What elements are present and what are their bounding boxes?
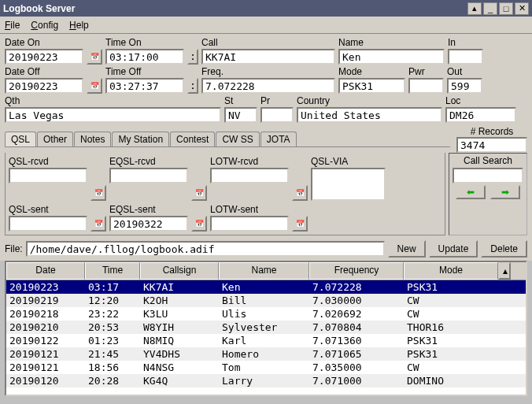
table-cell: PSK31: [404, 280, 498, 294]
input-st[interactable]: [224, 107, 257, 123]
table-row[interactable]: 2019012121:45YV4DHSHomero7.071065PSK31: [6, 347, 526, 361]
calendar-lotw-rcvd-icon[interactable]: 📅: [292, 185, 308, 201]
input-eqsl-rcvd[interactable]: [109, 168, 188, 183]
th-callsign[interactable]: Callsign: [140, 262, 219, 280]
update-button[interactable]: Update: [429, 240, 478, 258]
calendar-date-off-icon[interactable]: 📅: [87, 78, 102, 94]
time-off-set-button[interactable]: :: [187, 78, 198, 94]
th-time[interactable]: Time: [85, 262, 140, 280]
table-row[interactable]: 2019012118:56N4NSGTom7.035000CW: [6, 361, 526, 374]
input-file-path[interactable]: [26, 241, 385, 257]
input-loc[interactable]: [445, 107, 516, 123]
th-date[interactable]: Date: [6, 262, 85, 280]
label-pr: Pr: [260, 95, 294, 106]
arrow-left-icon: ⬅: [467, 187, 475, 198]
calendar-eqsl-rcvd-icon[interactable]: 📅: [191, 185, 207, 201]
label-time-on: Time On: [105, 37, 184, 48]
input-pr[interactable]: [260, 107, 294, 123]
input-lotw-rcvd[interactable]: [210, 168, 289, 183]
input-qsl-via[interactable]: [311, 168, 386, 201]
table-cell: 23:22: [85, 307, 140, 321]
input-call-search[interactable]: [453, 168, 523, 183]
table-cell: DOMINO: [404, 374, 498, 387]
calendar-qsl-sent-icon[interactable]: 📅: [91, 216, 106, 232]
table-row[interactable]: 2019021823:22K3LUUlis7.020692CW: [6, 307, 526, 321]
table-row[interactable]: 2019021912:20K2OHBill7.030000CW: [6, 294, 526, 307]
table-cell: Ulis: [219, 307, 309, 321]
rollup-button[interactable]: ▴: [467, 2, 482, 15]
table-row[interactable]: 2019021020:53W8YIHSylvester7.070804THOR1…: [6, 321, 526, 334]
menu-file[interactable]: File: [5, 20, 20, 31]
calendar-eqsl-sent-icon[interactable]: 📅: [191, 216, 207, 232]
input-time-off[interactable]: [105, 78, 184, 94]
scroll-up-button[interactable]: ▴: [498, 262, 511, 280]
table-cell: Bill: [219, 294, 309, 307]
tab-jota[interactable]: JOTA: [260, 132, 297, 146]
input-qsl-sent[interactable]: [9, 216, 87, 232]
close-button[interactable]: ✕: [515, 2, 529, 15]
label-date-on: Date On: [5, 37, 83, 48]
new-button[interactable]: New: [388, 240, 426, 258]
table-cell: THOR16: [404, 321, 498, 334]
tab-contest[interactable]: Contest: [170, 132, 215, 146]
input-lotw-sent[interactable]: [210, 216, 289, 232]
input-qsl-rcvd[interactable]: [9, 168, 87, 183]
table-cell: N4NSG: [140, 361, 219, 374]
search-prev-button[interactable]: ⬅: [456, 185, 486, 199]
tab-cw-ss[interactable]: CW SS: [216, 132, 259, 146]
calendar-date-on-icon[interactable]: 📅: [87, 49, 102, 65]
input-date-off[interactable]: [5, 78, 83, 94]
table-cell: 20190120: [6, 374, 85, 387]
tab-notes[interactable]: Notes: [74, 132, 111, 146]
table-cell: 7.071065: [309, 347, 404, 361]
table-cell: 18:56: [85, 361, 140, 374]
table-cell: K3LU: [140, 307, 219, 321]
maximize-button[interactable]: □: [499, 2, 513, 15]
input-name[interactable]: [338, 49, 445, 65]
label-lotw-rcvd: LOTW-rcvd: [210, 156, 289, 167]
table-cell: CW: [404, 294, 498, 307]
input-time-on[interactable]: [105, 49, 184, 65]
search-next-button[interactable]: ➡: [490, 185, 520, 199]
input-mode[interactable]: [338, 78, 405, 94]
input-pwr[interactable]: [408, 78, 444, 94]
table-row[interactable]: 2019022303:17KK7AIKen7.072228PSK31: [6, 280, 526, 294]
menu-help[interactable]: Help: [69, 20, 89, 31]
label-name: Name: [338, 37, 445, 48]
table-row[interactable]: 2019012020:28KG4QLarry7.071000DOMINO: [6, 374, 526, 387]
input-eqsl-sent[interactable]: [109, 216, 188, 232]
table-cell: 20190218: [6, 307, 85, 321]
input-date-on[interactable]: [5, 49, 83, 65]
table-cell: 20:53: [85, 321, 140, 334]
input-qth[interactable]: [5, 107, 221, 123]
input-country[interactable]: [297, 107, 442, 123]
table-cell: Larry: [219, 374, 309, 387]
minimize-button[interactable]: _: [483, 2, 497, 15]
th-frequency[interactable]: Frequency: [309, 262, 404, 280]
tab-panel-qsl: QSL-rcvd 📅 EQSL-rcvd 📅 LOTW-rcvd 📅 QSL-V…: [5, 153, 445, 235]
label-freq: Freq.: [201, 66, 335, 77]
delete-button[interactable]: Delete: [481, 240, 527, 258]
table-cell: PSK31: [404, 347, 498, 361]
th-mode[interactable]: Mode: [404, 262, 498, 280]
input-out[interactable]: [447, 78, 482, 94]
table-body: 2019022303:17KK7AIKen7.072228PSK31201902…: [6, 280, 526, 387]
table-cell: W8YIH: [140, 321, 219, 334]
input-in[interactable]: [448, 49, 483, 65]
window-controls: ▴ _ □ ✕: [466, 2, 529, 15]
menu-config[interactable]: Config: [31, 20, 58, 31]
input-call[interactable]: [201, 49, 335, 65]
tab-other[interactable]: Other: [37, 132, 73, 146]
tab-qsl[interactable]: QSL: [5, 132, 36, 146]
th-name[interactable]: Name: [219, 262, 309, 280]
calendar-qsl-rcvd-icon[interactable]: 📅: [91, 185, 106, 201]
label-eqsl-rcvd: EQSL-rcvd: [109, 156, 188, 167]
input-freq[interactable]: [201, 78, 335, 94]
tab-my-station[interactable]: My Station: [112, 132, 169, 146]
title-bar: Logbook Server ▴ _ □ ✕: [0, 0, 532, 17]
table-row[interactable]: 2019012201:23N8MIQKarl7.071360PSK31: [6, 334, 526, 347]
time-on-set-button[interactable]: :: [187, 49, 198, 65]
calendar-lotw-sent-icon[interactable]: 📅: [292, 216, 308, 232]
tabs: QSL Other Notes My Station Contest CW SS…: [5, 132, 450, 147]
table-cell: 7.035000: [309, 361, 404, 374]
